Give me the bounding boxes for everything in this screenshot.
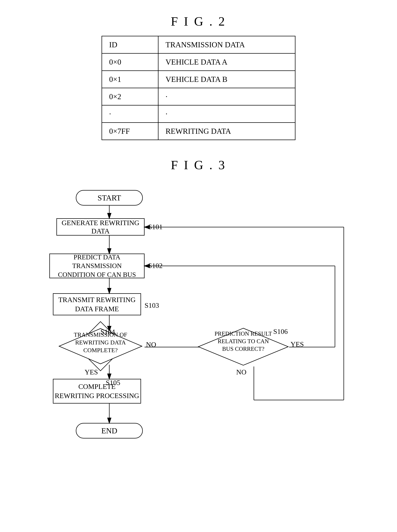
table-cell: ID bbox=[102, 36, 158, 53]
s105-step-label: S105 bbox=[106, 379, 120, 386]
s104-node: TRANSMISSION OF REWRITING DATA COMPLETE? bbox=[58, 328, 143, 365]
s102-step-label: S102 bbox=[148, 262, 162, 270]
fig2-title: F I G . 2 bbox=[0, 0, 397, 36]
yes1-label: YES bbox=[85, 368, 98, 376]
s104-label: TRANSMISSION OF REWRITING DATA COMPLETE? bbox=[74, 331, 127, 354]
s102-node: PREDICT DATA TRANSMISSION CONDITION OF C… bbox=[49, 253, 145, 278]
table-row: ID TRANSMISSION DATA bbox=[102, 36, 295, 53]
no1-label: NO bbox=[146, 340, 156, 349]
start-label: START bbox=[98, 193, 121, 203]
table-cell: · bbox=[158, 105, 295, 123]
table-cell: 0×7FF bbox=[102, 123, 158, 140]
s105-step: S105 bbox=[106, 379, 120, 387]
s101-node: GENERATE REWRITING DATA bbox=[56, 218, 145, 235]
yes1-text: YES bbox=[85, 368, 98, 376]
table-cell: · bbox=[102, 105, 158, 123]
start-node: START bbox=[76, 190, 143, 206]
s105-label: COMPLETE REWRITING PROCESSING bbox=[55, 382, 139, 400]
yes2-label: YES bbox=[291, 340, 304, 348]
yes2-text: YES bbox=[291, 340, 304, 348]
s105-node: COMPLETE REWRITING PROCESSING bbox=[53, 379, 141, 404]
s101-label: GENERATE REWRITING DATA bbox=[57, 219, 144, 235]
s106-label: PREDICTION RESULT RELATING TO CAN BUS CO… bbox=[215, 330, 272, 352]
data-table: ID TRANSMISSION DATA 0×0 VEHICLE DATA A … bbox=[102, 36, 295, 140]
no2-text: NO bbox=[236, 368, 247, 376]
table-cell: VEHICLE DATA A bbox=[158, 53, 295, 71]
table-cell: REWRITING DATA bbox=[158, 123, 295, 140]
table-cell: · bbox=[158, 88, 295, 105]
table-cell: TRANSMISSION DATA bbox=[158, 36, 295, 53]
fig3-title: F I G . 3 bbox=[0, 158, 397, 179]
fig2-table-container: ID TRANSMISSION DATA 0×0 VEHICLE DATA A … bbox=[0, 36, 397, 140]
no1-text: NO bbox=[146, 341, 156, 348]
table-row: 0×7FF REWRITING DATA bbox=[102, 123, 295, 140]
s106-node: PREDICTION RESULT RELATING TO CAN BUS CO… bbox=[198, 327, 289, 366]
table-row: 0×1 VEHICLE DATA B bbox=[102, 71, 295, 88]
table-row: 0×2 · bbox=[102, 88, 295, 105]
s101-step: S101 bbox=[148, 223, 162, 231]
no2-label: NO bbox=[236, 368, 247, 376]
table-cell: VEHICLE DATA B bbox=[158, 71, 295, 88]
s102-label: PREDICT DATA TRANSMISSION CONDITION OF C… bbox=[50, 253, 144, 279]
s102-step: S102 bbox=[148, 261, 162, 270]
s101-step-label: S101 bbox=[148, 223, 162, 231]
flowchart: START GENERATE REWRITING DATA S101 PREDI… bbox=[0, 179, 397, 515]
s103-label: TRANSMIT REWRITING DATA FRAME bbox=[58, 295, 136, 314]
table-cell: 0×2 bbox=[102, 88, 158, 105]
end-label: END bbox=[101, 426, 117, 435]
s103-step: S103 bbox=[145, 301, 159, 310]
table-row: · · bbox=[102, 105, 295, 123]
table-cell: 0×0 bbox=[102, 53, 158, 71]
s103-step-label: S103 bbox=[145, 301, 159, 309]
table-row: 0×0 VEHICLE DATA A bbox=[102, 53, 295, 71]
table-cell: 0×1 bbox=[102, 71, 158, 88]
s103-node: TRANSMIT REWRITING DATA FRAME bbox=[53, 293, 141, 315]
end-node: END bbox=[76, 423, 143, 438]
